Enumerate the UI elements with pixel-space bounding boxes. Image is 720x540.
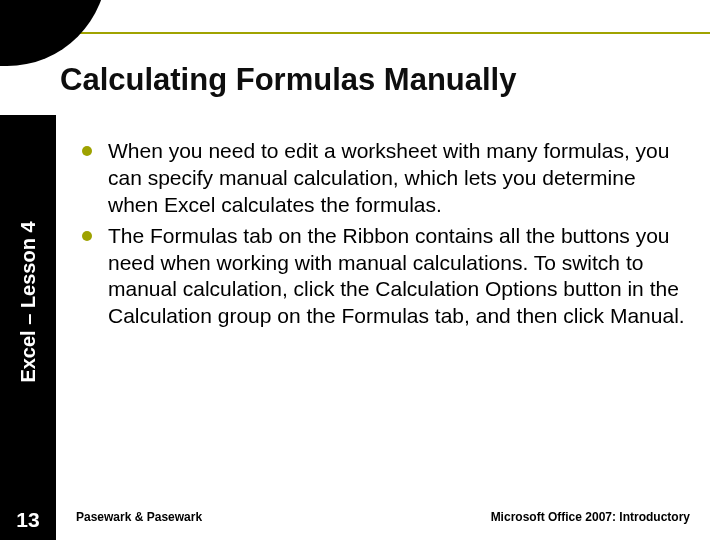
- bullet-list: When you need to edit a worksheet with m…: [76, 138, 690, 330]
- bullet-item: The Formulas tab on the Ribbon contains …: [76, 223, 690, 331]
- bullet-item: When you need to edit a worksheet with m…: [76, 138, 690, 219]
- footer-left: Pasewark & Pasewark: [76, 510, 202, 524]
- accent-line: [60, 32, 710, 34]
- footer-right: Microsoft Office 2007: Introductory: [491, 510, 690, 524]
- slide-title: Calculating Formulas Manually: [60, 62, 700, 98]
- sidebar: Excel – Lesson 4 13: [0, 115, 56, 540]
- header-region: Calculating Formulas Manually: [0, 0, 720, 115]
- sidebar-label: Excel – Lesson 4: [17, 221, 40, 382]
- page-number: 13: [0, 508, 56, 532]
- body-content: When you need to edit a worksheet with m…: [76, 138, 690, 480]
- slide: Calculating Formulas Manually Excel – Le…: [0, 0, 720, 540]
- footer: Pasewark & Pasewark Microsoft Office 200…: [76, 510, 690, 524]
